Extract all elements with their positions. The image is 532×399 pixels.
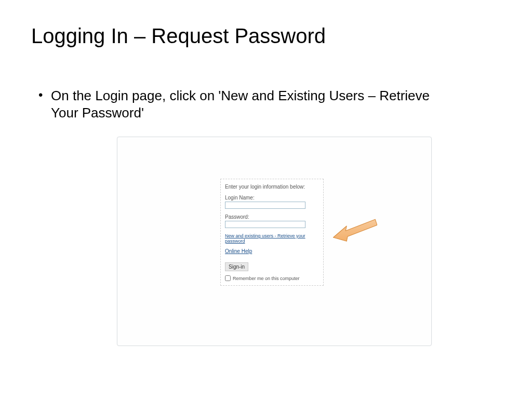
login-instruction: Enter your login information below: — [225, 184, 319, 190]
remember-me-row[interactable]: Remember me on this computer — [225, 275, 319, 281]
remember-me-checkbox[interactable] — [225, 275, 231, 281]
callout-arrow-icon — [329, 215, 377, 243]
svg-marker-0 — [334, 219, 377, 241]
screenshot-frame: Enter your login information below: Logi… — [117, 137, 432, 346]
login-panel: Enter your login information below: Logi… — [220, 179, 324, 286]
slide: Logging In – Request Password On the Log… — [0, 0, 532, 399]
slide-title: Logging In – Request Password — [31, 24, 326, 48]
online-help-link[interactable]: Online Help — [225, 248, 319, 254]
login-name-label: Login Name: — [225, 195, 319, 201]
login-name-input[interactable] — [225, 202, 305, 209]
password-label: Password: — [225, 214, 319, 220]
bullet-1: On the Login page, click on 'New and Exi… — [51, 87, 456, 121]
password-input[interactable] — [225, 221, 305, 228]
remember-me-label: Remember me on this computer — [233, 276, 300, 281]
retrieve-password-link[interactable]: New and existing users - Retrieve your p… — [225, 233, 319, 244]
sign-in-button[interactable]: Sign-in — [225, 262, 248, 271]
